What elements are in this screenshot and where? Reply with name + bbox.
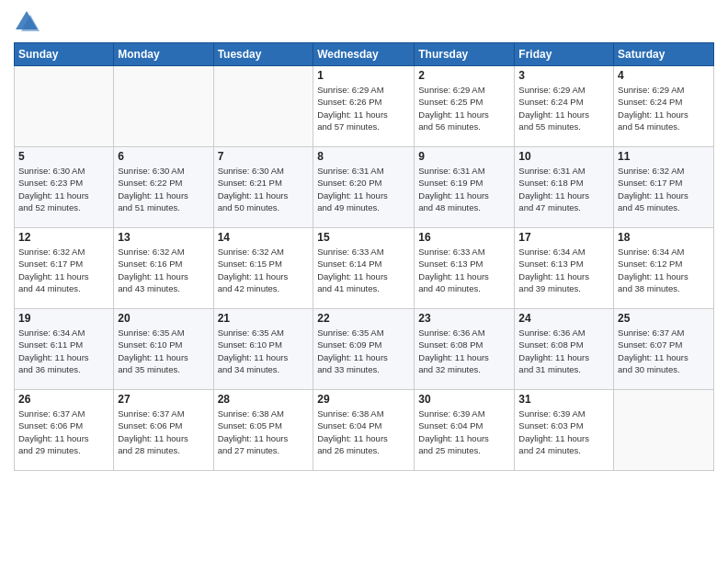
day-info: Sunrise: 6:32 AM Sunset: 6:17 PM Dayligh… xyxy=(618,165,710,213)
calendar-cell xyxy=(213,66,313,147)
day-number: 10 xyxy=(518,150,609,163)
calendar-cell: 24Sunrise: 6:36 AM Sunset: 6:08 PM Dayli… xyxy=(515,309,614,390)
calendar-cell: 5Sunrise: 6:30 AM Sunset: 6:23 PM Daylig… xyxy=(15,147,114,228)
day-info: Sunrise: 6:33 AM Sunset: 6:13 PM Dayligh… xyxy=(418,246,510,294)
day-info: Sunrise: 6:34 AM Sunset: 6:13 PM Dayligh… xyxy=(518,246,609,294)
calendar-cell: 17Sunrise: 6:34 AM Sunset: 6:13 PM Dayli… xyxy=(515,228,614,309)
calendar-week: 5Sunrise: 6:30 AM Sunset: 6:23 PM Daylig… xyxy=(15,147,714,228)
calendar-week: 12Sunrise: 6:32 AM Sunset: 6:17 PM Dayli… xyxy=(15,228,714,309)
day-number: 17 xyxy=(518,231,609,244)
day-number: 24 xyxy=(518,312,609,325)
day-number: 14 xyxy=(218,231,310,244)
day-number: 30 xyxy=(418,393,510,406)
day-number: 28 xyxy=(218,393,310,406)
calendar-cell xyxy=(614,390,714,471)
day-info: Sunrise: 6:37 AM Sunset: 6:06 PM Dayligh… xyxy=(118,408,209,456)
calendar-cell: 7Sunrise: 6:30 AM Sunset: 6:21 PM Daylig… xyxy=(213,147,313,228)
day-number: 23 xyxy=(418,312,510,325)
calendar-cell: 19Sunrise: 6:34 AM Sunset: 6:11 PM Dayli… xyxy=(15,309,114,390)
day-number: 1 xyxy=(317,69,410,82)
day-number: 5 xyxy=(18,150,109,163)
day-info: Sunrise: 6:35 AM Sunset: 6:10 PM Dayligh… xyxy=(218,327,310,375)
day-number: 29 xyxy=(317,393,410,406)
day-info: Sunrise: 6:34 AM Sunset: 6:11 PM Dayligh… xyxy=(18,327,109,375)
calendar-cell: 29Sunrise: 6:38 AM Sunset: 6:04 PM Dayli… xyxy=(313,390,415,471)
header-row: SundayMondayTuesdayWednesdayThursdayFrid… xyxy=(15,43,714,66)
calendar-cell: 18Sunrise: 6:34 AM Sunset: 6:12 PM Dayli… xyxy=(614,228,714,309)
day-number: 9 xyxy=(418,150,510,163)
day-info: Sunrise: 6:29 AM Sunset: 6:25 PM Dayligh… xyxy=(418,84,510,132)
day-number: 2 xyxy=(418,69,510,82)
weekday-header: Sunday xyxy=(15,43,114,66)
weekday-header: Tuesday xyxy=(213,43,313,66)
calendar-cell: 28Sunrise: 6:38 AM Sunset: 6:05 PM Dayli… xyxy=(213,390,313,471)
day-info: Sunrise: 6:37 AM Sunset: 6:06 PM Dayligh… xyxy=(18,408,109,456)
calendar-cell: 2Sunrise: 6:29 AM Sunset: 6:25 PM Daylig… xyxy=(415,66,515,147)
day-info: Sunrise: 6:36 AM Sunset: 6:08 PM Dayligh… xyxy=(418,327,510,375)
calendar-cell: 15Sunrise: 6:33 AM Sunset: 6:14 PM Dayli… xyxy=(313,228,415,309)
calendar-cell: 25Sunrise: 6:37 AM Sunset: 6:07 PM Dayli… xyxy=(614,309,714,390)
calendar-cell: 1Sunrise: 6:29 AM Sunset: 6:26 PM Daylig… xyxy=(313,66,415,147)
calendar-cell: 20Sunrise: 6:35 AM Sunset: 6:10 PM Dayli… xyxy=(114,309,213,390)
day-number: 27 xyxy=(118,393,209,406)
day-number: 13 xyxy=(118,231,209,244)
calendar-cell: 9Sunrise: 6:31 AM Sunset: 6:19 PM Daylig… xyxy=(415,147,515,228)
day-number: 26 xyxy=(18,393,109,406)
calendar-cell: 12Sunrise: 6:32 AM Sunset: 6:17 PM Dayli… xyxy=(15,228,114,309)
day-number: 7 xyxy=(218,150,310,163)
calendar-cell: 27Sunrise: 6:37 AM Sunset: 6:06 PM Dayli… xyxy=(114,390,213,471)
day-number: 18 xyxy=(618,231,710,244)
calendar-cell: 22Sunrise: 6:35 AM Sunset: 6:09 PM Dayli… xyxy=(313,309,415,390)
calendar-cell: 31Sunrise: 6:39 AM Sunset: 6:03 PM Dayli… xyxy=(515,390,614,471)
calendar-cell: 4Sunrise: 6:29 AM Sunset: 6:24 PM Daylig… xyxy=(614,66,714,147)
calendar-week: 1Sunrise: 6:29 AM Sunset: 6:26 PM Daylig… xyxy=(15,66,714,147)
day-number: 16 xyxy=(418,231,510,244)
calendar: SundayMondayTuesdayWednesdayThursdayFrid… xyxy=(14,42,714,471)
day-info: Sunrise: 6:30 AM Sunset: 6:21 PM Dayligh… xyxy=(218,165,310,213)
day-number: 22 xyxy=(317,312,410,325)
day-number: 15 xyxy=(317,231,410,244)
day-info: Sunrise: 6:31 AM Sunset: 6:18 PM Dayligh… xyxy=(518,165,609,213)
header xyxy=(14,9,714,35)
calendar-cell: 8Sunrise: 6:31 AM Sunset: 6:20 PM Daylig… xyxy=(313,147,415,228)
day-info: Sunrise: 6:32 AM Sunset: 6:15 PM Dayligh… xyxy=(218,246,310,294)
logo-icon xyxy=(14,9,40,35)
day-number: 8 xyxy=(317,150,410,163)
day-info: Sunrise: 6:31 AM Sunset: 6:20 PM Dayligh… xyxy=(317,165,410,213)
calendar-cell: 3Sunrise: 6:29 AM Sunset: 6:24 PM Daylig… xyxy=(515,66,614,147)
weekday-header: Wednesday xyxy=(313,43,415,66)
day-info: Sunrise: 6:30 AM Sunset: 6:22 PM Dayligh… xyxy=(118,165,209,213)
day-info: Sunrise: 6:36 AM Sunset: 6:08 PM Dayligh… xyxy=(518,327,609,375)
day-number: 6 xyxy=(118,150,209,163)
day-info: Sunrise: 6:29 AM Sunset: 6:24 PM Dayligh… xyxy=(618,84,710,132)
day-info: Sunrise: 6:33 AM Sunset: 6:14 PM Dayligh… xyxy=(317,246,410,294)
calendar-cell: 16Sunrise: 6:33 AM Sunset: 6:13 PM Dayli… xyxy=(415,228,515,309)
day-info: Sunrise: 6:38 AM Sunset: 6:04 PM Dayligh… xyxy=(317,408,410,456)
day-info: Sunrise: 6:39 AM Sunset: 6:04 PM Dayligh… xyxy=(418,408,510,456)
day-number: 25 xyxy=(618,312,710,325)
day-number: 4 xyxy=(618,69,710,82)
calendar-cell: 14Sunrise: 6:32 AM Sunset: 6:15 PM Dayli… xyxy=(213,228,313,309)
calendar-cell: 23Sunrise: 6:36 AM Sunset: 6:08 PM Dayli… xyxy=(415,309,515,390)
calendar-cell: 26Sunrise: 6:37 AM Sunset: 6:06 PM Dayli… xyxy=(15,390,114,471)
day-info: Sunrise: 6:32 AM Sunset: 6:16 PM Dayligh… xyxy=(118,246,209,294)
day-number: 11 xyxy=(618,150,710,163)
weekday-header: Friday xyxy=(515,43,614,66)
calendar-week: 19Sunrise: 6:34 AM Sunset: 6:11 PM Dayli… xyxy=(15,309,714,390)
page: SundayMondayTuesdayWednesdayThursdayFrid… xyxy=(0,0,728,563)
day-info: Sunrise: 6:30 AM Sunset: 6:23 PM Dayligh… xyxy=(18,165,109,213)
weekday-header: Saturday xyxy=(614,43,714,66)
calendar-cell: 6Sunrise: 6:30 AM Sunset: 6:22 PM Daylig… xyxy=(114,147,213,228)
day-number: 31 xyxy=(518,393,609,406)
weekday-header: Monday xyxy=(114,43,213,66)
day-info: Sunrise: 6:31 AM Sunset: 6:19 PM Dayligh… xyxy=(418,165,510,213)
day-number: 3 xyxy=(518,69,609,82)
calendar-cell xyxy=(114,66,213,147)
day-info: Sunrise: 6:35 AM Sunset: 6:09 PM Dayligh… xyxy=(317,327,410,375)
day-info: Sunrise: 6:29 AM Sunset: 6:26 PM Dayligh… xyxy=(317,84,410,132)
day-number: 21 xyxy=(218,312,310,325)
day-number: 20 xyxy=(118,312,209,325)
day-info: Sunrise: 6:38 AM Sunset: 6:05 PM Dayligh… xyxy=(218,408,310,456)
day-info: Sunrise: 6:35 AM Sunset: 6:10 PM Dayligh… xyxy=(118,327,209,375)
calendar-week: 26Sunrise: 6:37 AM Sunset: 6:06 PM Dayli… xyxy=(15,390,714,471)
